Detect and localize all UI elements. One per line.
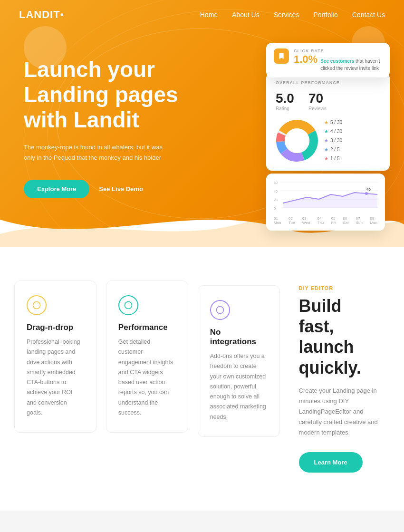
svg-text:60: 60 <box>274 181 278 184</box>
ring-icon <box>215 305 225 315</box>
drag-drop-icon <box>27 295 47 315</box>
svg-point-9 <box>285 128 309 153</box>
star-row-1: ★ 1 / 5 <box>324 154 342 163</box>
click-rate-card: CLICK RATE 1.0% See customers that haven… <box>266 43 390 77</box>
click-rate-info: CLICK RATE 1.0% See customers that haven… <box>294 48 382 72</box>
svg-point-22 <box>125 302 132 309</box>
hero-content: Launch your Landing pages with Landit Th… <box>0 0 209 236</box>
hero-subtitle: The monkey-rope is found in all whalers;… <box>24 142 166 163</box>
svg-text:40: 40 <box>274 190 278 193</box>
nav-services[interactable]: Services <box>274 11 299 19</box>
live-demo-button[interactable]: See Live Demo <box>99 185 143 193</box>
integrations-icon <box>210 300 230 320</box>
nav-links: Home About Us Services Portfolio Contact… <box>200 11 385 19</box>
diy-label: DIY EDITOR <box>299 285 380 291</box>
performance-desc: Get detailed customer engagement insight… <box>118 337 176 418</box>
feature-performance: Performance Get detailed customer engage… <box>106 281 188 433</box>
svg-point-21 <box>33 302 40 309</box>
chart-x-labels: 01Mon 02Tue 03Wed 04Thu 05Fri 06Sat 07Su… <box>274 216 377 225</box>
integrations-desc: Add-ons offers you a freedom to create y… <box>210 351 268 422</box>
nav-portfolio[interactable]: Portfolio <box>313 11 337 19</box>
svg-point-23 <box>216 307 223 314</box>
navbar: LANDIT• Home About Us Services Portfolio… <box>0 0 404 29</box>
rating-stat: 5.0 Rating <box>276 91 294 111</box>
performance-chart: ★ 5 / 30 ★ 4 / 30 ★ 3 / 30 ★ <box>276 118 380 163</box>
hero-title: Launch your Landing pages with Landit <box>24 57 185 133</box>
feature-drag-drop: Drag-n-drop Professional-looking landing… <box>14 281 96 433</box>
performance-stats: 5.0 Rating 70 Reviews <box>276 91 380 111</box>
integrations-title: No integrations <box>210 328 268 347</box>
click-rate-desc: See customers that haven't clicked the r… <box>320 58 382 72</box>
feature-no-integrations: No integrations Add-ons offers you a fre… <box>198 285 280 437</box>
performance-header: OVERALL PERFORMANCE <box>276 80 380 85</box>
performance-card: OVERALL PERFORMANCE 5.0 Rating 70 Review… <box>266 73 390 171</box>
diy-editor-section: DIY EDITOR Build fast, launch quickly. C… <box>285 276 394 482</box>
nav-contact[interactable]: Contact Us <box>352 11 385 19</box>
star-row-4: ★ 4 / 30 <box>324 127 342 136</box>
stars-list: ★ 5 / 30 ★ 4 / 30 ★ 3 / 30 ★ <box>324 118 342 163</box>
drag-drop-title: Drag-n-drop <box>27 323 84 332</box>
diy-desc: Create your Landing page in minutes usin… <box>299 386 380 438</box>
svg-text:20: 20 <box>274 198 278 202</box>
nav-about[interactable]: About Us <box>232 11 260 19</box>
nav-home[interactable]: Home <box>200 11 218 19</box>
line-chart-card: 60 40 20 0 40 <box>266 174 385 231</box>
star-row-3: ★ 3 / 30 <box>324 136 342 145</box>
performance-icon <box>118 295 138 315</box>
logo: LANDIT• <box>19 9 64 21</box>
grid-icon <box>32 300 41 310</box>
donut-chart <box>276 119 318 162</box>
diy-title: Build fast, launch quickly. <box>299 296 380 378</box>
svg-point-20 <box>365 192 368 195</box>
star-row-2: ★ 2 / 5 <box>324 145 342 154</box>
hero-dashboard-cards: CLICK RATE 1.0% See customers that haven… <box>266 43 390 231</box>
hero-section: LANDIT• Home About Us Services Portfolio… <box>0 0 404 247</box>
star-row-5: ★ 5 / 30 <box>324 118 342 127</box>
explore-more-button[interactable]: Explore More <box>24 180 89 198</box>
svg-marker-18 <box>283 193 377 208</box>
click-rate-value: 1.0% <box>294 53 317 66</box>
performance-title: Performance <box>118 323 176 332</box>
line-chart-svg: 60 40 20 0 40 <box>274 179 378 213</box>
svg-text:0: 0 <box>274 207 276 210</box>
click-rate-icon <box>274 48 289 64</box>
svg-text:40: 40 <box>366 187 371 192</box>
reviews-stat: 70 Reviews <box>308 91 327 111</box>
hero-buttons: Explore More See Live Demo <box>24 180 185 198</box>
circle-icon <box>124 300 133 310</box>
drag-drop-desc: Professional-looking landing pages and d… <box>27 337 84 418</box>
learn-more-button[interactable]: Learn More <box>299 452 363 473</box>
bookmark-icon <box>278 52 285 60</box>
features-section: Drag-n-drop Professional-looking landing… <box>0 247 404 511</box>
